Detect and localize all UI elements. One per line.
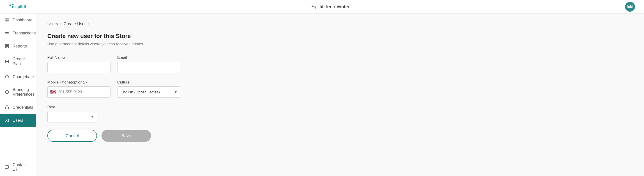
breadcrumb-sep-1: › <box>60 22 61 26</box>
svg-rect-5 <box>7 18 9 20</box>
header: splitit Splitit Tech Writer EB <box>0 0 644 13</box>
form-group-role: Role Admin Viewer Editor ▼ <box>47 105 97 122</box>
logo: splitit <box>9 3 36 11</box>
sidebar-item-transactions[interactable]: Transactions <box>0 26 36 40</box>
sidebar-label-create-plan: Create Plan <box>13 57 31 66</box>
breadcrumb-sep-2: › <box>88 22 89 26</box>
dashboard-icon <box>4 17 10 22</box>
phone-input[interactable] <box>58 87 110 97</box>
svg-text:splitit: splitit <box>15 4 26 9</box>
sidebar-label-transactions: Transactions <box>13 31 36 35</box>
users-icon <box>4 118 10 123</box>
layout: Dashboard Transactions Reports <box>0 13 644 176</box>
culture-select-wrapper: English (United States) Spanish French G… <box>117 86 180 98</box>
email-label: Email <box>117 55 180 60</box>
sidebar-label-contact: Contact Us <box>13 163 31 172</box>
main-content: Users › Create-User › Create new user fo… <box>36 13 644 176</box>
contact-icon <box>4 165 10 170</box>
phone-label: Mobile Phone(optional) <box>47 80 110 85</box>
svg-rect-6 <box>5 20 7 22</box>
save-button[interactable]: Save <box>102 130 151 142</box>
avatar[interactable]: EB <box>625 2 635 12</box>
form-group-email: Email <box>117 55 180 73</box>
page-subtitle: Use a permanent details where you can re… <box>47 42 633 46</box>
page-title: Create new user for this Store <box>47 33 633 40</box>
email-input[interactable] <box>117 62 180 73</box>
sidebar-item-create-plan[interactable]: Create Plan <box>0 53 36 70</box>
sidebar-label-users: Users <box>13 118 23 123</box>
sidebar-label-dashboard: Dashboard <box>13 18 32 22</box>
sidebar-label-chargeback: Chargeback <box>13 74 34 79</box>
form-group-culture: Culture English (United States) Spanish … <box>117 80 180 98</box>
button-row: Cancel Save <box>47 130 633 142</box>
phone-flag: 🇺🇸 <box>48 89 58 95</box>
sidebar-item-contact[interactable]: Contact Us <box>0 159 36 176</box>
cancel-button[interactable]: Cancel <box>47 130 97 142</box>
sidebar-label-reports: Reports <box>13 44 27 49</box>
svg-rect-11 <box>6 107 8 109</box>
header-title: Splitit Tech Writer <box>312 4 350 10</box>
form-row-2: Mobile Phone(optional) 🇺🇸 Culture Englis… <box>47 80 633 98</box>
sidebar-label-branding: Branding Preferences <box>13 87 34 97</box>
reports-icon <box>4 44 10 49</box>
sidebar-item-users[interactable]: Users <box>0 114 36 127</box>
sidebar-item-reports[interactable]: Reports <box>0 40 36 53</box>
culture-select[interactable]: English (United States) Spanish French G… <box>117 86 180 98</box>
svg-rect-7 <box>7 20 9 22</box>
sidebar-item-chargeback[interactable]: Chargeback <box>0 70 36 83</box>
breadcrumb-parent[interactable]: Users <box>47 22 58 26</box>
role-select-wrapper: Admin Viewer Editor ▼ <box>47 111 97 122</box>
sidebar-item-branding[interactable]: Branding Preferences <box>0 83 36 101</box>
full-name-label: Full Name <box>47 55 110 60</box>
sidebar-item-credentials[interactable]: Credentials <box>0 101 36 114</box>
breadcrumb: Users › Create-User › <box>47 22 633 26</box>
svg-point-12 <box>6 119 7 120</box>
branding-icon <box>4 90 10 95</box>
full-name-input[interactable] <box>47 62 110 73</box>
form-group-phone: Mobile Phone(optional) 🇺🇸 <box>47 80 110 98</box>
sidebar-item-dashboard[interactable]: Dashboard <box>0 13 36 26</box>
svg-rect-1 <box>12 3 14 5</box>
form-row-1: Full Name Email <box>47 55 633 73</box>
culture-label: Culture <box>117 80 180 85</box>
chargeback-icon <box>4 74 10 79</box>
sidebar-label-credentials: Credentials <box>13 105 33 110</box>
credentials-icon <box>4 105 10 110</box>
breadcrumb-child: Create-User <box>64 22 86 26</box>
sidebar: Dashboard Transactions Reports <box>0 13 36 176</box>
svg-rect-4 <box>5 18 7 20</box>
role-select[interactable]: Admin Viewer Editor <box>47 111 97 122</box>
svg-rect-2 <box>12 6 14 8</box>
phone-input-wrapper: 🇺🇸 <box>47 86 110 98</box>
create-plan-icon <box>4 59 10 64</box>
role-label: Role <box>47 105 97 109</box>
form-group-fullname: Full Name <box>47 55 110 73</box>
svg-rect-0 <box>10 4 11 6</box>
us-flag-icon: 🇺🇸 <box>50 89 56 95</box>
form-row-3: Role Admin Viewer Editor ▼ <box>47 105 633 122</box>
transactions-icon <box>4 31 10 35</box>
